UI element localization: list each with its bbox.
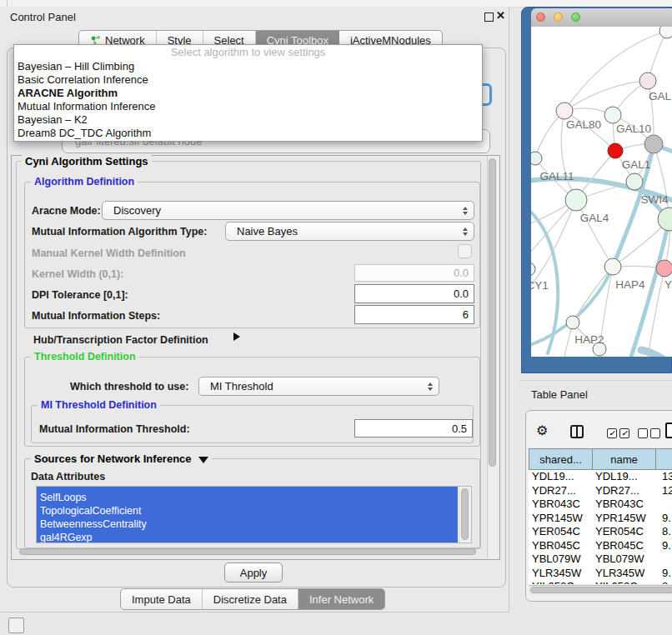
table-panel-container: ⚙ ✓✓ shared... name YDL19...YDL19...13 Y… (525, 410, 672, 602)
network-node[interactable] (639, 72, 656, 89)
mi-steps-input[interactable]: 6 (354, 305, 474, 324)
table-row[interactable]: YBR045CYBR045C9. (529, 539, 672, 553)
network-node[interactable] (565, 189, 587, 211)
node-label: GAL80 (566, 118, 601, 131)
table-row[interactable]: YBR043CYBR043C (529, 498, 672, 512)
table-row[interactable]: YDR27...YDR27...12 (529, 484, 672, 498)
tab-impute-data[interactable]: Impute Data (121, 589, 203, 609)
hub-definition-label: Hub/Transcription Factor Definition (33, 334, 208, 346)
tab-impute-data-label: Impute Data (132, 593, 191, 606)
dropdown-item[interactable]: Bayesian – Hill Climbing (14, 60, 482, 73)
mi-threshold-input[interactable]: 0.5 (354, 419, 473, 438)
float-window-button[interactable] (484, 12, 494, 22)
mi-type-value: Naive Bayes (237, 225, 298, 238)
gear-icon[interactable]: ⚙ (536, 422, 548, 438)
sources-title-label: Sources for Network Inference (34, 452, 192, 465)
split-view-icon[interactable] (570, 425, 584, 438)
node-label: GAL11 (539, 170, 574, 182)
network-node[interactable] (644, 135, 663, 153)
table-row[interactable]: YER054CYER054C8. (529, 525, 672, 539)
dpi-tolerance-input[interactable]: 0.0 (354, 284, 474, 303)
which-threshold-combo[interactable]: MI Threshold (198, 377, 439, 396)
network-node[interactable] (531, 262, 535, 276)
algorithm-dropdown-hint: Select algorithm to view settings (14, 45, 482, 60)
list-item[interactable]: SelfLoops (37, 491, 458, 504)
deselect-all-icon[interactable] (638, 428, 660, 438)
mi-threshold-value: 0.5 (452, 422, 467, 435)
network-node[interactable] (531, 152, 542, 165)
network-node[interactable] (556, 102, 573, 119)
kernel-width-label: Kernel Width (0,1): (32, 268, 123, 280)
apply-button[interactable]: Apply (224, 562, 283, 582)
table-horizontal-scrollbar[interactable] (529, 585, 672, 595)
column-header-shared[interactable]: shared... (529, 448, 593, 470)
network-node[interactable] (626, 173, 643, 190)
dropdown-item[interactable]: Mutual Information Inference (14, 100, 482, 113)
manual-kernel-label: Manual Kernel Width Definition (32, 248, 186, 259)
scrollbar-thumb[interactable] (489, 158, 496, 467)
collapse-down-icon[interactable] (198, 457, 208, 463)
tab-infer-network-label: Infer Network (309, 593, 374, 606)
minimize-window-icon[interactable] (554, 12, 563, 22)
dropdown-item[interactable]: Basic Correlation Inference (14, 73, 482, 87)
control-panel-window: Control Panel ✕ Network Style Select Cyn… (0, 7, 509, 612)
network-node[interactable] (608, 143, 623, 158)
table-row[interactable]: YBL079WYBL079W (529, 552, 672, 567)
scrollbar-thumb[interactable] (461, 488, 469, 540)
network-node[interactable] (656, 260, 672, 277)
kernel-width-input[interactable]: 0.0 (354, 264, 474, 282)
application-root: Control Panel ✕ Network Style Select Cyn… (0, 0, 672, 635)
close-window-icon[interactable] (536, 12, 545, 22)
dropdown-item[interactable]: Bayesian – K2 (14, 113, 482, 127)
which-threshold-value: MI Threshold (210, 380, 273, 392)
network-window-titlebar[interactable] (531, 8, 672, 28)
tab-discretize-data[interactable]: Discretize Data (203, 589, 298, 609)
settings-vertical-scrollbar[interactable] (487, 156, 499, 558)
list-item[interactable]: gal4RGexp (37, 531, 458, 543)
mi-steps-label: Mutual Information Steps: (32, 310, 160, 322)
mi-threshold-title: MI Threshold Definition (38, 399, 160, 411)
network-edge (648, 268, 664, 357)
network-node[interactable] (604, 107, 621, 123)
scrollbar-thumb[interactable] (530, 587, 672, 593)
column-header-name[interactable]: name (592, 448, 656, 470)
list-item[interactable]: TopologicalCoefficient (37, 504, 458, 518)
cyni-algorithm-settings-title: Cyni Algorithm Settings (22, 155, 152, 168)
scrollbar-thumb[interactable] (19, 548, 476, 555)
aracne-mode-value: Discovery (113, 204, 161, 217)
manual-kernel-checkbox[interactable] (458, 244, 472, 258)
dock-panel-button[interactable] (8, 618, 24, 633)
mi-steps-value: 6 (463, 308, 469, 321)
tab-infer-network[interactable]: Infer Network (298, 589, 384, 609)
list-item[interactable]: BetweennessCentrality (37, 518, 458, 531)
aracne-mode-combo[interactable]: Discovery (102, 201, 474, 220)
dropdown-item-selected[interactable]: ARACNE Algorithm (14, 87, 482, 100)
dropdown-item[interactable]: Dream8 DC_TDC Algorithm (14, 127, 482, 140)
combo-spinner-icon (463, 207, 468, 215)
top-strip-divider (7, 0, 8, 7)
network-canvas[interactable]: GAL GAL80 GAL10 GAL1 GAL11 SWI4 GAL4 HAP… (531, 27, 672, 357)
zoom-window-icon[interactable] (571, 12, 580, 22)
column-header-third[interactable] (655, 448, 672, 470)
network-node[interactable] (604, 258, 621, 275)
node-label: GCY1 (531, 279, 549, 292)
dpi-tolerance-label: DPI Tolerance [0,1]: (32, 289, 128, 301)
aracne-mode-label: Aracne Mode: (32, 205, 101, 217)
mi-type-combo[interactable]: Naive Bayes (225, 222, 474, 241)
table-row[interactable]: YIL052CYIL052C8. (529, 580, 672, 584)
list-vertical-scrollbar[interactable] (459, 487, 471, 542)
network-node[interactable] (566, 316, 579, 329)
table-row[interactable]: YLR345WYLR345W9. (529, 567, 672, 581)
dpi-tolerance-value: 0.0 (454, 288, 469, 300)
network-node[interactable] (659, 27, 672, 38)
select-all-icon[interactable]: ✓✓ (607, 428, 629, 438)
sources-title: Sources for Network Inference (31, 452, 212, 465)
which-threshold-label: Which threshold to use: (70, 381, 188, 392)
table-row[interactable]: YPR145WYPR145W9. (529, 512, 672, 526)
table-row[interactable]: YDL19...YDL19...13 (529, 470, 672, 484)
close-panel-button[interactable]: ✕ (496, 9, 505, 22)
settings-horizontal-scrollbar[interactable] (13, 548, 484, 556)
document-icon[interactable] (665, 422, 672, 438)
combo-spinner-icon (428, 382, 433, 391)
expander-right-icon[interactable] (233, 332, 240, 341)
